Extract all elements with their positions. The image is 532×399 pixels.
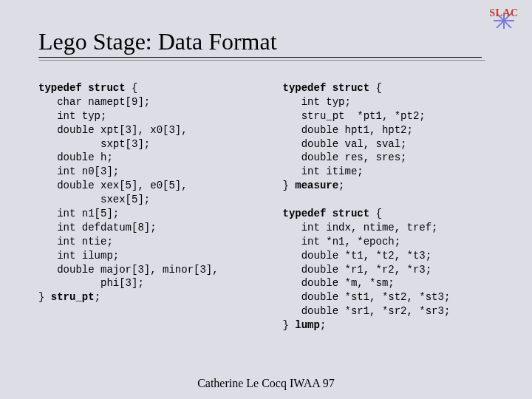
code-line: int n0[3]; xyxy=(38,166,119,177)
code-line: sxex[5]; xyxy=(38,194,150,205)
code-line: int *n1, *epoch; xyxy=(282,236,400,248)
open-brace: { xyxy=(126,82,138,94)
logo-label: SLAC xyxy=(488,7,520,19)
code-line: phi[3]; xyxy=(38,277,144,289)
semicolon: ; xyxy=(338,180,344,191)
semicolon: ; xyxy=(320,319,326,331)
code-line: double major[3], minor[3], xyxy=(38,264,219,276)
code-line: int n1[5]; xyxy=(38,208,119,219)
typedef-keyword: typedef struct xyxy=(282,208,369,219)
code-line: double *sr1, *sr2, *sr3; xyxy=(282,305,450,317)
semicolon: ; xyxy=(95,291,100,303)
code-line: double h; xyxy=(38,151,113,163)
code-line: int indx, ntime, tref; xyxy=(282,222,437,233)
code-line: double xpt[3], x0[3], xyxy=(38,124,188,136)
code-line: double *r1, *r2, *r3; xyxy=(282,264,432,276)
code-line: double *m, *sm; xyxy=(282,277,394,289)
code-line: double val, sval; xyxy=(282,138,406,150)
code-block-stru-pt: typedef struct { char namept[9]; int typ… xyxy=(38,81,262,332)
code-line: double res, sres; xyxy=(282,151,406,163)
code-line: char namept[9]; xyxy=(38,96,150,108)
code-block-right: typedef struct { int typ; stru_pt *pt1, … xyxy=(282,81,502,332)
code-line: int ilump; xyxy=(38,250,119,262)
code-line: int typ; xyxy=(38,110,106,122)
code-line: stru_pt *pt1, *pt2; xyxy=(282,110,425,122)
struct-name: measure xyxy=(295,180,338,191)
open-brace: { xyxy=(369,82,382,94)
footer-text: Catherine Le Cocq IWAA 97 xyxy=(0,377,532,390)
slide: SLAC Lego Stage: Data Format typedef str… xyxy=(0,0,532,399)
struct-name: lump xyxy=(295,319,320,331)
code-line: int ntie; xyxy=(38,236,113,248)
code-line: int itime; xyxy=(282,166,363,177)
page-title: Lego Stage: Data Format xyxy=(38,28,482,58)
code-columns: typedef struct { char namept[9]; int typ… xyxy=(38,81,502,332)
slac-logo: SLAC xyxy=(488,7,520,30)
typedef-keyword: typedef struct xyxy=(38,82,126,94)
code-line: double *t1, *t2, *t3; xyxy=(282,250,432,262)
code-line: double *st1, *st2, *st3; xyxy=(282,291,450,303)
code-line: int typ; xyxy=(282,96,350,108)
code-line: sxpt[3]; xyxy=(38,138,150,150)
title-underline-shadow xyxy=(39,60,485,61)
struct-name: stru_pt xyxy=(51,291,95,303)
code-line: int defdatum[8]; xyxy=(38,222,157,233)
code-line: double hpt1, hpt2; xyxy=(282,124,412,136)
code-line: double xex[5], e0[5], xyxy=(38,180,188,191)
open-brace: { xyxy=(369,208,382,219)
close-brace: } xyxy=(282,180,295,191)
close-brace: } xyxy=(282,319,295,331)
close-brace: } xyxy=(38,291,51,303)
typedef-keyword: typedef struct xyxy=(282,82,369,94)
